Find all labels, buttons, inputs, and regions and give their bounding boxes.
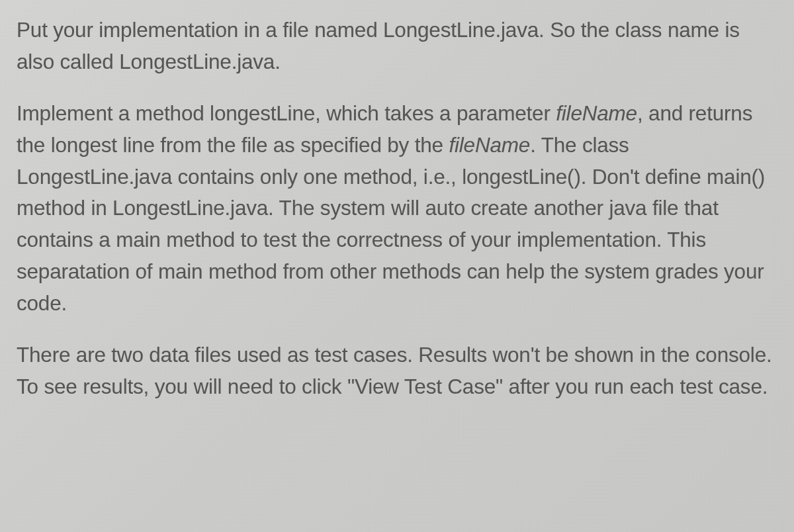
paragraph-3-text: There are two data files used as test ca… — [17, 343, 772, 398]
p2-seg1: Implement a method longestLine, which ta… — [17, 101, 556, 125]
paragraph-3: There are two data files used as test ca… — [17, 339, 774, 403]
p2-italic2: fileName — [449, 133, 530, 157]
p2-seg3: . The class LongestLine.java contains on… — [17, 133, 765, 315]
paragraph-1-text: Put your implementation in a file named … — [17, 18, 740, 73]
paragraph-1: Put your implementation in a file named … — [17, 15, 774, 78]
document-content: Put your implementation in a file named … — [17, 15, 774, 403]
p2-italic1: fileName — [556, 101, 637, 125]
paragraph-2: Implement a method longestLine, which ta… — [17, 98, 774, 320]
